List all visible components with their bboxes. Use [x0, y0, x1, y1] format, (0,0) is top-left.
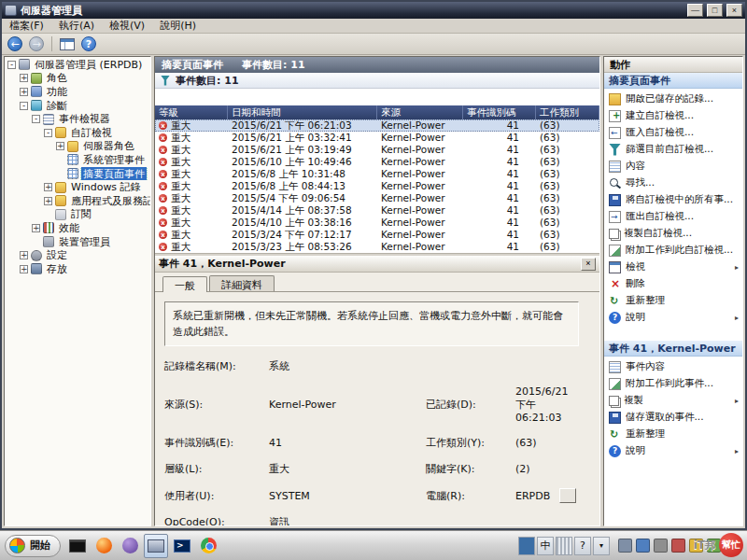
titlebar[interactable]: 伺服器管理員 — □ ×: [2, 2, 745, 19]
event-row[interactable]: 重大2015/3/23 上午 08:53:26Kernel-Power41(63…: [155, 241, 599, 253]
action-view[interactable]: 檢視▸: [604, 259, 742, 275]
tray-volume-icon[interactable]: [654, 539, 668, 553]
tree-toggle[interactable]: +: [20, 265, 28, 273]
tab-general[interactable]: 一般: [162, 276, 207, 292]
action-refresh[interactable]: 重新整理: [604, 426, 742, 442]
event-row[interactable]: 重大2015/6/10 上午 10:49:46Kernel-Power41(63…: [155, 156, 599, 168]
tree-toggle[interactable]: +: [20, 251, 28, 259]
event-row[interactable]: 重大2015/6/21 下午 06:21:03Kernel-Power41(63…: [155, 119, 599, 132]
action-refresh[interactable]: 重新整理: [604, 292, 742, 309]
action-save[interactable]: 儲存選取的事件...: [604, 409, 742, 426]
action-save-all[interactable]: 將自訂檢視中的所有事...: [604, 191, 742, 208]
filter-bar[interactable]: 事件數目: 11: [155, 73, 599, 89]
action-help[interactable]: 說明▸: [604, 442, 742, 459]
ime-mode-icon[interactable]: 中: [537, 537, 554, 555]
tree-item[interactable]: +存放: [5, 262, 150, 276]
action-copy-view[interactable]: 複製自訂檢視...: [604, 225, 742, 242]
action-open-log[interactable]: 開啟已儲存的記錄...: [604, 91, 742, 107]
tree-item[interactable]: +效能: [5, 221, 150, 235]
tree-item[interactable]: -診斷: [5, 99, 150, 113]
action-create-view[interactable]: 建立自訂檢視...: [604, 107, 742, 124]
tree-toggle[interactable]: +: [20, 74, 28, 82]
event-row[interactable]: 重大2015/6/21 上午 03:19:49Kernel-Power41(63…: [155, 144, 599, 156]
tree-toggle[interactable]: +: [20, 88, 28, 96]
tree-item[interactable]: 訂閱: [5, 208, 150, 222]
tray-network-icon[interactable]: [636, 539, 650, 553]
cmd-taskbar-button[interactable]: [65, 534, 90, 558]
media-app-taskbar-button[interactable]: [118, 534, 142, 558]
column-header[interactable]: 工作類別: [536, 105, 599, 119]
column-header[interactable]: 等級: [155, 105, 228, 119]
event-row[interactable]: 重大2015/6/8 上午 08:44:13Kernel-Power41(63): [155, 180, 599, 192]
column-header[interactable]: 來源: [377, 105, 463, 119]
action-import-view[interactable]: 匯入自訂檢視...: [604, 124, 742, 141]
menu-item[interactable]: 執行(A): [51, 18, 102, 34]
action-properties[interactable]: 內容: [604, 158, 742, 175]
help-button[interactable]: ?: [79, 35, 98, 53]
tree-toggle[interactable]: +: [44, 197, 52, 205]
forward-button[interactable]: →: [27, 35, 46, 53]
tree-toggle[interactable]: -: [44, 129, 52, 137]
ime-options-icon[interactable]: ▾: [593, 537, 610, 555]
action-export-view[interactable]: 匯出自訂檢視...: [604, 208, 742, 225]
action-copy[interactable]: 複製▸: [604, 392, 742, 409]
action-find[interactable]: 尋找...: [604, 175, 742, 191]
tray-display-icon[interactable]: [618, 539, 632, 553]
maximize-button[interactable]: □: [707, 4, 723, 17]
tree-item[interactable]: +應用程式及服務記錄: [5, 194, 150, 208]
tree-item[interactable]: 系統管理事件: [5, 153, 150, 167]
action-delete[interactable]: 刪除: [604, 275, 742, 292]
tree-toggle[interactable]: +: [56, 142, 64, 150]
action-help[interactable]: 說明▸: [604, 309, 742, 326]
event-row[interactable]: 重大2015/4/14 上午 08:37:58Kernel-Power41(63…: [155, 204, 599, 217]
back-button[interactable]: ←: [6, 35, 24, 53]
chrome-taskbar-button[interactable]: [196, 534, 220, 558]
action-attach-task[interactable]: 附加工作到此事件...: [604, 375, 742, 392]
menu-item[interactable]: 檢視(V): [102, 18, 152, 34]
tree-item[interactable]: -伺服器管理員 (ERPDB): [5, 58, 150, 72]
tree-item[interactable]: 裝置管理員: [5, 235, 150, 249]
action-section-header[interactable]: 摘要頁面事件: [604, 73, 742, 89]
menu-item[interactable]: 說明(H): [152, 18, 204, 34]
tree-toggle[interactable]: -: [20, 102, 28, 110]
tree-toggle[interactable]: -: [32, 115, 40, 123]
tree-item[interactable]: -事件檢視器: [5, 112, 150, 126]
event-row[interactable]: 重大2015/6/8 上午 10:31:48Kernel-Power41(63): [155, 168, 599, 180]
tray-security-icon[interactable]: [671, 539, 685, 553]
column-header[interactable]: 日期和時間: [228, 105, 377, 119]
event-row[interactable]: 重大2015/3/24 下午 07:12:17Kernel-Power41(63…: [155, 229, 599, 241]
tree-item[interactable]: +Windows 記錄: [5, 180, 150, 194]
menu-item[interactable]: 檔案(F): [2, 18, 51, 34]
inline-button[interactable]: [559, 488, 576, 503]
tree-item[interactable]: 摘要頁面事件: [5, 167, 150, 181]
column-header[interactable]: 事件識別碼: [463, 105, 536, 119]
details-close-button[interactable]: ×: [581, 258, 596, 271]
firefox-taskbar-button[interactable]: [92, 534, 116, 558]
server-manager-taskbar-button[interactable]: [144, 534, 168, 558]
tree-toggle[interactable]: +: [44, 183, 52, 191]
ime-help-icon[interactable]: ?: [574, 537, 591, 555]
ime-keyboard-icon[interactable]: [556, 537, 572, 555]
event-row[interactable]: 重大2015/5/4 下午 09:06:54Kernel-Power41(63): [155, 192, 599, 204]
tree-item[interactable]: +功能: [5, 85, 150, 99]
tree-item[interactable]: -自訂檢視: [5, 126, 150, 140]
tree-item[interactable]: +伺服器角色: [5, 140, 150, 154]
tree-item[interactable]: +角色: [5, 72, 150, 86]
event-row[interactable]: 重大2015/4/10 上午 03:38:16Kernel-Power41(63…: [155, 217, 599, 229]
action-filter[interactable]: 篩選目前自訂檢視...: [604, 141, 742, 158]
action-properties[interactable]: 事件內容: [604, 358, 742, 375]
tree-toggle[interactable]: +: [32, 224, 40, 232]
tree-item-label: 角色: [45, 72, 69, 86]
start-button[interactable]: 開始: [5, 535, 61, 557]
tree-item[interactable]: +設定: [5, 248, 150, 262]
tab-details[interactable]: 詳細資料: [209, 275, 275, 291]
close-button[interactable]: ×: [726, 4, 742, 17]
show-console-tree-button[interactable]: [58, 35, 77, 53]
event-row[interactable]: 重大2015/6/21 上午 03:32:41Kernel-Power41(63…: [155, 132, 599, 144]
minimize-button[interactable]: —: [687, 4, 703, 17]
action-section-header[interactable]: 事件 41，Kernel-Power: [604, 341, 742, 357]
powershell-taskbar-button[interactable]: [170, 534, 194, 558]
action-attach-task[interactable]: 附加工作到此自訂檢視...: [604, 242, 742, 259]
ime-language-icon[interactable]: [518, 537, 535, 555]
tree-toggle[interactable]: -: [7, 61, 16, 69]
